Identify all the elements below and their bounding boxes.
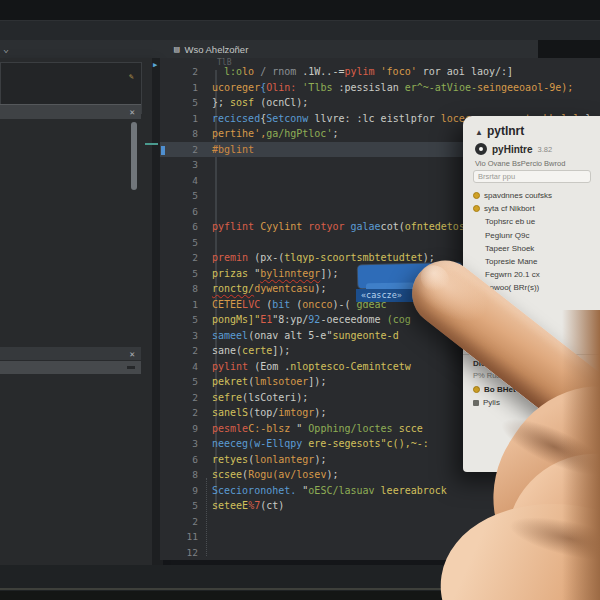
hand-edge-shade bbox=[562, 310, 600, 600]
hand-photo bbox=[0, 0, 600, 600]
app-window: ⌄ ▤ Wso Ahelzoñer ✎ ✕ ✕ ▶ TlB 2l:olo / r… bbox=[0, 0, 600, 600]
